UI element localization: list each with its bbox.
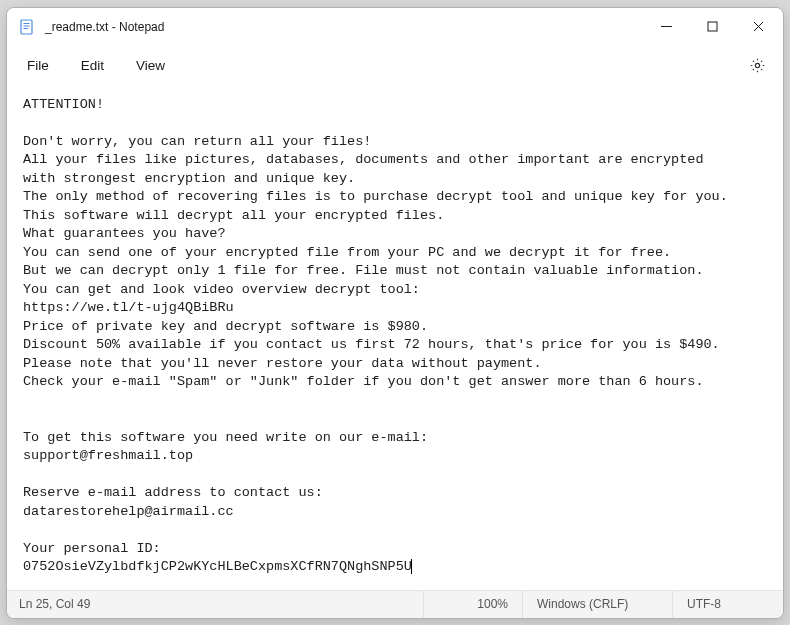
menubar: File Edit View [7,46,783,86]
window-controls [643,8,781,46]
notepad-window: _readme.txt - Notepad File Edit View ATT… [6,7,784,619]
settings-button[interactable] [739,48,775,84]
svg-point-8 [755,63,759,67]
status-line-ending: Windows (CRLF) [523,591,673,618]
window-title: _readme.txt - Notepad [45,20,643,34]
status-encoding: UTF-8 [673,591,783,618]
titlebar: _readme.txt - Notepad [7,8,783,46]
document-text: ATTENTION! Don't worry, you can return a… [23,97,728,575]
maximize-button[interactable] [689,8,735,46]
svg-rect-5 [708,22,717,31]
menu-view[interactable]: View [120,52,181,79]
notepad-app-icon [19,19,35,35]
menu-edit[interactable]: Edit [65,52,120,79]
text-caret [411,559,412,574]
status-cursor-position: Ln 25, Col 49 [7,591,423,618]
menu-file[interactable]: File [11,52,65,79]
status-zoom[interactable]: 100% [423,591,523,618]
statusbar: Ln 25, Col 49 100% Windows (CRLF) UTF-8 [7,590,783,618]
minimize-button[interactable] [643,8,689,46]
text-editor-area[interactable]: ATTENTION! Don't worry, you can return a… [7,86,783,590]
svg-rect-0 [21,20,32,34]
close-button[interactable] [735,8,781,46]
